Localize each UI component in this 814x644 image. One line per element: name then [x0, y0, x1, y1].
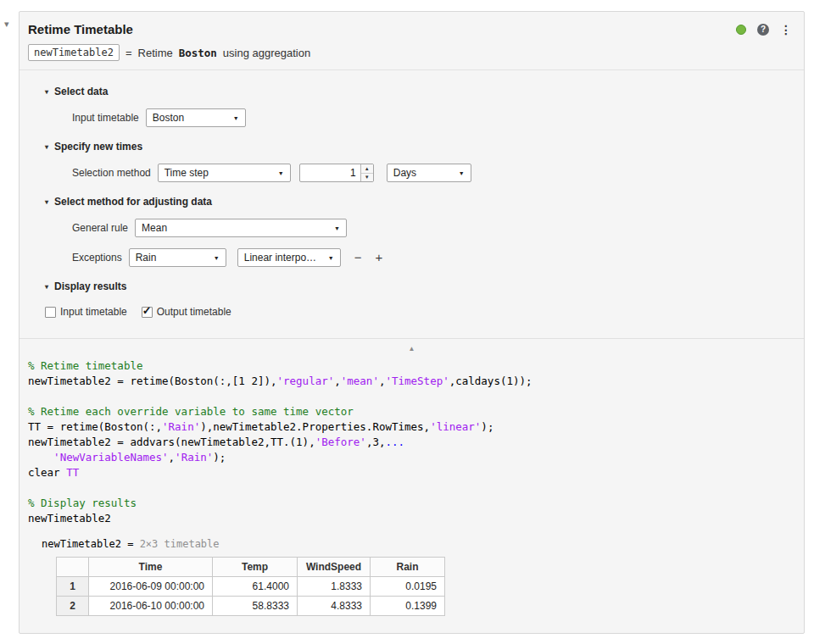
- result-type-label: 2×3 timetable: [140, 538, 220, 550]
- dropdown-value: Mean: [142, 222, 167, 234]
- code-line: % Retime each override variable to same …: [28, 404, 795, 419]
- code-line: 'NewVariableNames','Rain');: [28, 450, 795, 465]
- general-rule-row: General rule Mean ▼: [72, 219, 804, 237]
- section-title: Select method for adjusting data: [54, 196, 212, 208]
- dropdown-value: Days: [393, 167, 416, 179]
- retime-timetable-task-panel: Retime Timetable ? ⋮ newTimetable2 = Ret…: [19, 11, 805, 634]
- table-header-cell: Rain: [371, 558, 445, 577]
- table-cell: 1.8333: [298, 577, 371, 597]
- section-title: Specify new times: [54, 141, 142, 153]
- general-rule-dropdown[interactable]: Mean ▼: [135, 219, 347, 237]
- table-cell: 2016-06-10 00:00:00: [89, 597, 213, 616]
- input-timetable-label: Input timetable: [72, 112, 139, 124]
- code-line: clear TT: [28, 465, 795, 480]
- output-table-header-row: TimeTempWindSpeedRain: [57, 558, 445, 577]
- code-collapse-splitter[interactable]: ▲: [20, 338, 804, 350]
- selection-method-label: Selection method: [72, 167, 151, 179]
- chevron-down-icon: ▼: [233, 115, 239, 121]
- output-variable-chip[interactable]: newTimetable2: [28, 44, 120, 61]
- table-header-cell: [57, 558, 89, 577]
- section-collapse-icon: ▾: [45, 88, 48, 96]
- add-exception-button[interactable]: +: [375, 248, 382, 267]
- spinner-down-icon[interactable]: ▼: [361, 174, 373, 182]
- exception-variable-dropdown[interactable]: Rain ▼: [129, 248, 226, 267]
- input-timetable-checkbox-group[interactable]: Input timetable: [45, 306, 127, 318]
- chevron-down-icon: ▼: [214, 255, 220, 261]
- section-display-results[interactable]: ▾ Display results: [45, 280, 804, 292]
- table-cell: 4.8333: [298, 597, 371, 616]
- overflow-menu-icon[interactable]: ⋮: [780, 23, 792, 36]
- table-header-cell: WindSpeed: [298, 558, 371, 577]
- section-collapse-icon: ▾: [45, 143, 48, 151]
- dropdown-value: Rain: [136, 252, 157, 264]
- task-header: Retime Timetable ? ⋮ newTimetable2 = Ret…: [20, 12, 804, 70]
- section-title: Select data: [54, 86, 108, 97]
- result-equals: =: [127, 538, 133, 550]
- chevron-down-icon: ▼: [459, 170, 465, 176]
- code-block[interactable]: % Retime timetablenewTimetable2 = retime…: [20, 350, 804, 526]
- status-icon[interactable]: [736, 25, 746, 35]
- section-specify-new-times[interactable]: ▾ Specify new times: [45, 141, 804, 153]
- table-header-cell: Temp: [213, 558, 298, 577]
- collapse-code-icon[interactable]: ▲: [409, 345, 415, 353]
- code-line: % Display results: [28, 496, 795, 511]
- chevron-down-icon: ▼: [334, 225, 340, 231]
- code-line: TT = retime(Boston(:,'Rain'),newTimetabl…: [28, 419, 795, 435]
- output-area: newTimetable2 = 2×3 timetable TimeTempWi…: [42, 538, 804, 616]
- help-icon[interactable]: ?: [757, 24, 769, 36]
- time-unit-dropdown[interactable]: Days ▼: [387, 164, 471, 182]
- spinner-up-icon[interactable]: ▲: [361, 164, 373, 174]
- code-line: [28, 389, 795, 404]
- general-rule-label: General rule: [72, 222, 128, 234]
- dropdown-value: Boston: [153, 112, 184, 124]
- selection-method-row: Selection method Time step ▼ 1 ▲ ▼ Days …: [72, 164, 804, 182]
- task-summary: newTimetable2 = Retime Boston using aggr…: [28, 44, 792, 61]
- input-timetable-dropdown[interactable]: Boston ▼: [146, 108, 246, 127]
- task-collapse-icon[interactable]: ▾: [4, 19, 9, 30]
- row-number-cell: 2: [57, 597, 89, 616]
- chevron-down-icon: ▼: [278, 170, 284, 176]
- section-collapse-icon: ▾: [45, 283, 48, 291]
- code-line: newTimetable2 = retime(Boston(:,[1 2]),'…: [28, 374, 795, 389]
- table-cell: 0.0195: [371, 577, 445, 597]
- input-timetable-checkbox[interactable]: [45, 307, 56, 318]
- code-line: newTimetable2 = addvars(newTimetable2,TT…: [28, 435, 795, 450]
- table-cell: 2016-06-09 00:00:00: [89, 577, 213, 597]
- output-table: TimeTempWindSpeedRain 12016-06-09 00:00:…: [56, 557, 445, 616]
- time-step-value: 1: [300, 164, 360, 181]
- input-timetable-checkbox-label: Input timetable: [60, 306, 127, 318]
- exceptions-label: Exceptions: [72, 252, 122, 264]
- time-step-input[interactable]: 1 ▲ ▼: [299, 164, 374, 182]
- result-variable: newTimetable2: [42, 538, 121, 550]
- section-select-data[interactable]: ▾ Select data: [45, 86, 804, 97]
- summary-text-suffix: using aggregation: [223, 47, 310, 59]
- row-number-cell: 1: [57, 577, 89, 597]
- table-row: 12016-06-09 00:00:0061.40001.83330.0195: [57, 577, 445, 597]
- exception-method-dropdown[interactable]: Linear interpo… ▼: [237, 248, 341, 267]
- code-line: [28, 480, 795, 496]
- summary-text: Retime: [138, 47, 173, 59]
- section-title: Display results: [54, 280, 126, 292]
- section-collapse-icon: ▾: [45, 198, 48, 206]
- display-results-row: Input timetable ✓ Output timetable: [45, 306, 804, 318]
- table-cell: 61.4000: [213, 577, 298, 597]
- table-header-cell: Time: [89, 558, 213, 577]
- remove-exception-button[interactable]: −: [354, 248, 362, 267]
- output-timetable-checkbox-group[interactable]: ✓ Output timetable: [142, 306, 231, 318]
- dropdown-value: Time step: [164, 167, 209, 179]
- section-adjust-method[interactable]: ▾ Select method for adjusting data: [45, 196, 804, 208]
- output-timetable-checkbox[interactable]: ✓: [142, 307, 153, 318]
- table-row: 22016-06-10 00:00:0058.83334.83330.1399: [57, 597, 445, 616]
- summary-input-variable: Boston: [179, 47, 217, 59]
- table-cell: 58.8333: [213, 597, 298, 616]
- task-controls: ▾ Select data Input timetable Boston ▼ ▾…: [20, 70, 804, 318]
- input-timetable-row: Input timetable Boston ▼: [72, 108, 804, 127]
- check-icon: ✓: [142, 304, 152, 317]
- code-line: newTimetable2: [28, 511, 795, 526]
- page-title: Retime Timetable: [28, 22, 133, 36]
- code-line: % Retime timetable: [28, 358, 795, 374]
- table-cell: 0.1399: [371, 597, 445, 616]
- selection-method-dropdown[interactable]: Time step ▼: [158, 164, 291, 182]
- equals-sign: =: [125, 47, 132, 59]
- exceptions-row: Exceptions Rain ▼ Linear interpo… ▼ − +: [72, 248, 804, 267]
